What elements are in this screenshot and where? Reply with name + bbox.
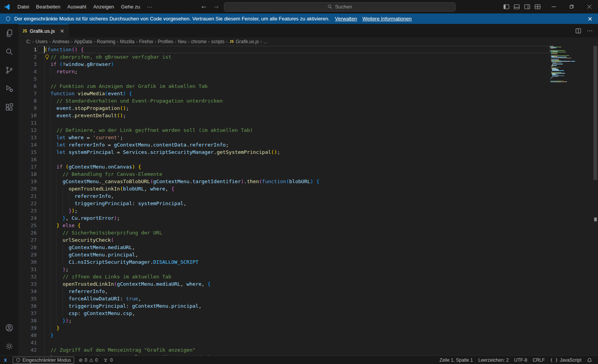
code-line-13[interactable]: 13 let where = 'current'; bbox=[19, 134, 598, 141]
restore-button[interactable] bbox=[562, 0, 580, 13]
code-line-4[interactable]: 4 return; bbox=[19, 68, 598, 75]
code-line-29[interactable]: 29 gContextMenu.principal, bbox=[19, 251, 598, 258]
code-line-3[interactable]: 3 if (!window.gBrowser) bbox=[19, 61, 598, 68]
code-line-7[interactable]: 7 function viewMedia(event) { bbox=[19, 90, 598, 97]
code-line-9[interactable]: 9 event.stopPropagation(); bbox=[19, 104, 598, 112]
tab-grafik-us-js[interactable]: JS Grafik.us.js × bbox=[19, 24, 69, 37]
code-line-8[interactable]: 8 // Standardverhalten und Event-Propaga… bbox=[19, 97, 598, 104]
code-line-23[interactable]: 23 }); bbox=[19, 207, 598, 214]
breadcrumb-item[interactable]: Neu bbox=[177, 39, 187, 44]
customize-layout-icon[interactable] bbox=[534, 3, 541, 10]
toggle-secondary-sidebar-icon[interactable] bbox=[524, 3, 530, 10]
lightbulb-icon[interactable] bbox=[45, 54, 49, 60]
code-line-6[interactable]: 6 // Funktion zum Anzeigen der Grafik im… bbox=[19, 83, 598, 90]
code-line-20[interactable]: 20 openTrustedLinkIn(blobURL, where, { bbox=[19, 185, 598, 192]
command-center-search[interactable]: Suchen bbox=[224, 2, 456, 12]
activity-bar-account[interactable] bbox=[0, 318, 19, 337]
code-line-17[interactable]: 17 if (gContextMenu.onCanvas) { bbox=[19, 163, 598, 170]
activity-bar-extensions[interactable] bbox=[0, 98, 19, 116]
code-line-19[interactable]: 19 gContextMenu._canvasToBlobURL(gContex… bbox=[19, 178, 598, 185]
code-line-5[interactable]: 5 bbox=[19, 75, 598, 83]
code-line-34[interactable]: 34 referrerInfo, bbox=[19, 288, 598, 295]
menu-item-gehe-zu[interactable]: Gehe zu bbox=[118, 2, 144, 12]
activity-bar-settings[interactable] bbox=[0, 337, 19, 356]
breadcrumb-file[interactable]: Grafik.us.js bbox=[235, 39, 259, 44]
minimap[interactable] bbox=[550, 46, 593, 356]
scrollbar-thumb[interactable] bbox=[593, 46, 597, 180]
menu-item-datei[interactable]: Datei bbox=[14, 2, 32, 12]
cursor-position-status[interactable]: Zeile 1, Spalte 1 bbox=[437, 356, 476, 364]
breadcrumb-item[interactable]: Andreas bbox=[51, 39, 70, 44]
code-line-39[interactable]: 39 } bbox=[19, 324, 598, 332]
activity-bar-explorer[interactable] bbox=[0, 24, 19, 42]
code-line-43[interactable]: 43 let menuItem = document.getElementByI… bbox=[19, 354, 598, 356]
code-line-33[interactable]: 33 openTrustedLinkIn(gContextMenu.mediaU… bbox=[19, 280, 598, 288]
code-line-14[interactable]: 14 let referrerInfo = gContextMenu.conte… bbox=[19, 141, 598, 148]
code-line-36[interactable]: 36 triggeringPrincipal: gContextMenu.pri… bbox=[19, 302, 598, 310]
encoding-status[interactable]: UTF-8 bbox=[512, 356, 530, 364]
restricted-mode-status[interactable]: Eingeschränkter Modus bbox=[13, 357, 74, 364]
split-editor-icon[interactable] bbox=[575, 28, 581, 34]
problems-status[interactable]: ⊘ 0 ⚠ 0 bbox=[76, 356, 100, 364]
code-line-2[interactable]: 2 // ▯berpr▯fen, ob gBrowser verf▯gbar i… bbox=[19, 53, 598, 61]
banner-learn-more-link[interactable]: Weitere Informationen bbox=[363, 16, 412, 22]
breadcrumb-item[interactable]: chrome bbox=[190, 39, 207, 44]
toggle-primary-sidebar-icon[interactable] bbox=[503, 3, 510, 10]
code-line-15[interactable]: 15 let systemPrincipal = Services.script… bbox=[19, 148, 598, 156]
menu-item-auswahl[interactable]: Auswahl bbox=[64, 2, 90, 12]
breadcrumb-symbols[interactable]: ... bbox=[263, 39, 268, 44]
breadcrumb-item[interactable]: Roaming bbox=[96, 39, 116, 44]
remote-indicator[interactable] bbox=[0, 356, 11, 364]
activity-bar-run-debug[interactable] bbox=[0, 79, 19, 98]
code-line-35[interactable]: 35 forceAllowDataURI: true, bbox=[19, 295, 598, 302]
code-line-38[interactable]: 38 }); bbox=[19, 317, 598, 324]
forward-button[interactable]: → bbox=[212, 3, 221, 10]
code-line-16[interactable]: 16 bbox=[19, 156, 598, 163]
code-editor[interactable]: 1(function() {2 // ▯berpr▯fen, ob gBrows… bbox=[19, 46, 598, 356]
breadcrumb-item[interactable]: Users bbox=[35, 39, 48, 44]
code-line-32[interactable]: 32 // ▯ffnen des Links im aktuellen Tab bbox=[19, 273, 598, 280]
banner-close-icon[interactable]: × bbox=[588, 15, 593, 22]
eol-status[interactable]: CRLF bbox=[530, 356, 547, 364]
breadcrumb-item[interactable]: Firefox bbox=[138, 39, 154, 44]
code-line-26[interactable]: 26 // Sicherheits▯berpr▯fung der URL bbox=[19, 229, 598, 236]
menu-item-bearbeiten[interactable]: Bearbeiten bbox=[32, 2, 64, 12]
code-line-37[interactable]: 37 csp: gContextMenu.csp, bbox=[19, 310, 598, 317]
ports-status[interactable]: 0 bbox=[100, 356, 115, 364]
code-line-24[interactable]: 24 }, Cu.reportError); bbox=[19, 214, 598, 222]
toggle-panel-icon[interactable] bbox=[513, 3, 520, 10]
code-line-21[interactable]: 21 referrerInfo, bbox=[19, 192, 598, 200]
notifications-bell[interactable] bbox=[584, 356, 595, 364]
tab-close-icon[interactable]: × bbox=[60, 28, 64, 34]
code-line-40[interactable]: 40 } bbox=[19, 332, 598, 339]
code-line-11[interactable]: 11 bbox=[19, 119, 598, 126]
activity-bar-source-control[interactable] bbox=[0, 61, 19, 79]
banner-manage-link[interactable]: Verwalten bbox=[335, 16, 357, 22]
breadcrumb-item[interactable]: AppData bbox=[73, 39, 93, 44]
code-line-10[interactable]: 10 event.preventDefault(); bbox=[19, 112, 598, 119]
breadcrumb-item[interactable]: Mozilla bbox=[119, 39, 135, 44]
menu-item-overflow[interactable]: ··· bbox=[144, 2, 156, 12]
more-actions-icon[interactable]: ⋯ bbox=[587, 27, 593, 34]
indentation-status[interactable]: Leerzeichen: 2 bbox=[476, 356, 512, 364]
code-line-22[interactable]: 22 triggeringPrincipal: systemPrincipal, bbox=[19, 200, 598, 207]
language-status[interactable]: { } JavaScript bbox=[547, 356, 584, 364]
activity-bar-search[interactable] bbox=[0, 42, 19, 61]
code-line-42[interactable]: 42 // Zugriff auf den Men▯eintrag "Grafi… bbox=[19, 346, 598, 354]
vertical-scrollbar[interactable] bbox=[593, 46, 598, 356]
code-line-18[interactable]: 18 // Behandlung f▯r Canvas-Elemente bbox=[19, 170, 598, 178]
breadcrumb-item[interactable]: scripts bbox=[210, 39, 225, 44]
code-line-1[interactable]: 1(function() { bbox=[19, 46, 598, 53]
back-button[interactable]: ← bbox=[199, 3, 208, 10]
code-line-31[interactable]: 31 ); bbox=[19, 266, 598, 273]
menu-item-anzeigen[interactable]: Anzeigen bbox=[90, 2, 117, 12]
breadcrumb-item[interactable]: Profiles bbox=[157, 39, 174, 44]
code-line-28[interactable]: 28 gContextMenu.mediaURL, bbox=[19, 244, 598, 251]
code-line-25[interactable]: 25 } else { bbox=[19, 222, 598, 229]
breadcrumb-item[interactable]: C: bbox=[25, 39, 32, 44]
code-line-30[interactable]: 30 Ci.nsIScriptSecurityManager.DISALLOW_… bbox=[19, 258, 598, 266]
minimize-button[interactable] bbox=[545, 0, 562, 13]
code-line-12[interactable]: 12 // Definiere, wo der Link ge▯ffnet we… bbox=[19, 126, 598, 134]
code-line-27[interactable]: 27 urlSecurityCheck( bbox=[19, 236, 598, 244]
close-window-button[interactable] bbox=[580, 0, 598, 13]
